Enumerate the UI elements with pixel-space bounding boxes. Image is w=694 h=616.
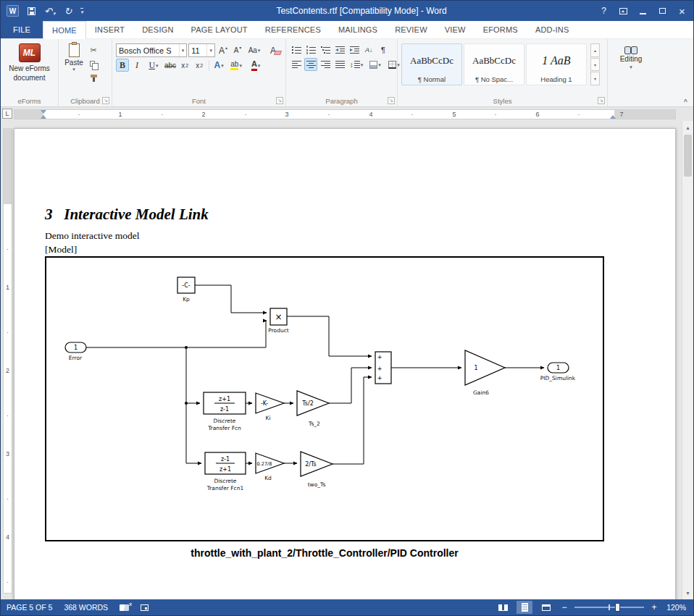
highlight-color-button[interactable]: ab▾ [227,59,246,72]
styles-more-button[interactable]: ▾ [590,72,600,85]
numbering-button[interactable] [304,43,317,56]
scroll-down-button[interactable]: ▾ [682,587,693,599]
superscript-button[interactable]: x2 [193,59,206,72]
read-mode-button[interactable] [495,601,511,614]
tab-mailings[interactable]: MAILINGS [330,21,386,38]
align-right-button[interactable] [319,58,332,71]
align-left-button[interactable] [290,58,303,71]
tab-add-ins[interactable]: ADD-INS [527,21,578,38]
bullets-button[interactable] [290,43,303,56]
tab-page-layout[interactable]: PAGE LAYOUT [183,21,256,38]
scroll-up-button[interactable]: ▴ [682,122,693,133]
horizontal-ruler[interactable]: · 1 · 2 · 3 · 4 · 5 · 6 · 7 [14,109,676,119]
ribbon-group-eforms: ML New eForms document eForms [1,39,59,106]
styles-dialog-launcher[interactable]: ↘ [598,97,605,104]
decrease-indent-button[interactable] [333,43,346,56]
ribbon-display-options-button[interactable] [614,1,633,21]
scrollbar-thumb[interactable] [684,135,692,177]
zoom-in-button[interactable]: + [650,602,659,612]
text-effects-button[interactable]: A▾ [212,59,225,72]
document-page[interactable]: 3 Interactive Model Link Demo interactiv… [14,128,676,599]
styles-scroll-up-button[interactable]: ▴ [590,43,600,57]
zoom-level[interactable]: 120% [664,603,686,612]
svg-text:-C-: -C- [182,282,190,289]
page-indicator[interactable]: PAGE 5 OF 5 [7,603,52,612]
font-color-button[interactable]: A▾ [247,59,264,72]
shading-icon [369,61,377,69]
tab-home[interactable]: HOME [43,21,86,39]
font-name-select[interactable]: Bosch Office S ▾ [116,43,187,57]
editing-button[interactable]: Editing ▾ [610,42,652,69]
vertical-ruler[interactable]: · 1 · 2 · 3 · 4 · [1,121,14,599]
tab-stop-selector[interactable]: L [2,109,12,119]
help-button[interactable]: ? [594,1,614,21]
hanging-indent-marker[interactable] [41,115,46,119]
strikethrough-button[interactable]: abc [164,59,177,72]
svg-text:Discrete: Discrete [214,418,236,424]
multilevel-list-button[interactable] [319,43,332,56]
show-formatting-marks-button[interactable]: ¶ [377,43,390,56]
qat-customize-button[interactable]: ▾ [80,8,83,14]
tab-view[interactable]: VIEW [436,21,474,38]
subscript-button[interactable]: x2 [178,59,191,72]
sort-button[interactable]: A↓ [362,43,375,56]
zoom-slider-thumb[interactable] [615,603,620,612]
collapse-ribbon-button[interactable]: ^ [684,98,687,105]
scissors-icon: ✂ [90,46,96,55]
shading-button[interactable]: ▾ [367,58,384,71]
cut-button[interactable]: ✂ [87,43,100,56]
style-preview: AaBbCcDc [472,46,516,75]
styles-scroll-down-button[interactable]: ▾ [590,58,600,72]
svg-text:×: × [275,312,282,322]
ribbon-group-clipboard: Paste ▾ ✂ Clipboard ↘ [59,39,112,106]
change-case-button[interactable]: Aa▾ [246,44,263,57]
vertical-scrollbar[interactable]: ▴ ▾ [682,121,693,599]
paragraph-dialog-launcher[interactable]: ↘ [388,97,395,104]
font-size-select[interactable]: 11 ▾ [188,43,215,57]
copy-button[interactable] [87,57,100,70]
multilevel-list-icon [321,46,330,54]
clipboard-dialog-launcher[interactable]: ↘ [102,97,109,104]
right-indent-marker[interactable] [610,115,616,119]
underline-button[interactable]: U▾ [145,59,162,72]
italic-button[interactable]: I [130,59,143,72]
word-app-icon[interactable]: W [7,5,19,17]
redo-button[interactable]: ↻ [64,7,72,16]
maximize-button[interactable] [653,1,672,21]
line-spacing-button[interactable]: ↕▾ [348,58,365,71]
paste-button[interactable]: Paste ▾ [61,42,87,84]
first-line-indent-marker[interactable] [41,110,46,114]
new-eforms-document-button[interactable]: ML New eForms document [4,42,56,83]
zoom-out-button[interactable]: − [560,602,569,612]
clear-formatting-button[interactable]: A [264,44,282,57]
minimize-button[interactable] [633,1,653,21]
tab-references[interactable]: REFERENCES [256,21,330,38]
tab-file[interactable]: FILE [1,21,43,38]
proofing-status-button[interactable]: x [120,604,129,611]
align-center-button[interactable] [304,58,317,71]
save-button[interactable] [28,7,35,15]
font-dialog-launcher[interactable]: ↘ [276,97,283,104]
web-layout-button[interactable] [538,601,554,614]
tab-eforms[interactable]: EFORMS [474,21,527,38]
zoom-slider[interactable] [574,603,644,612]
shrink-font-button[interactable]: A▾ [231,44,244,57]
close-button[interactable]: × [672,1,692,21]
tab-design[interactable]: DESIGN [133,21,182,38]
style-no-spacing[interactable]: AaBbCcDc ¶ No Spac... [464,43,524,85]
word-count[interactable]: 368 WORDS [64,603,108,612]
bold-button[interactable]: B [116,59,129,72]
justify-button[interactable] [333,58,346,71]
format-painter-button[interactable] [87,71,100,84]
style-name: ¶ No Spac... [475,75,513,83]
style-heading-1[interactable]: 1 AaB Heading 1 [526,43,587,85]
tab-review[interactable]: REVIEW [386,21,436,38]
grow-font-button[interactable]: A▴ [217,44,230,57]
tab-insert[interactable]: INSERT [86,21,133,38]
increase-indent-button[interactable] [348,43,361,56]
svg-text:Product: Product [268,327,289,334]
print-layout-button[interactable] [517,601,532,614]
macro-record-button[interactable] [141,604,149,611]
undo-button[interactable]: ↶▾ [44,7,55,16]
style-normal[interactable]: AaBbCcDc ¶ Normal [401,43,462,85]
